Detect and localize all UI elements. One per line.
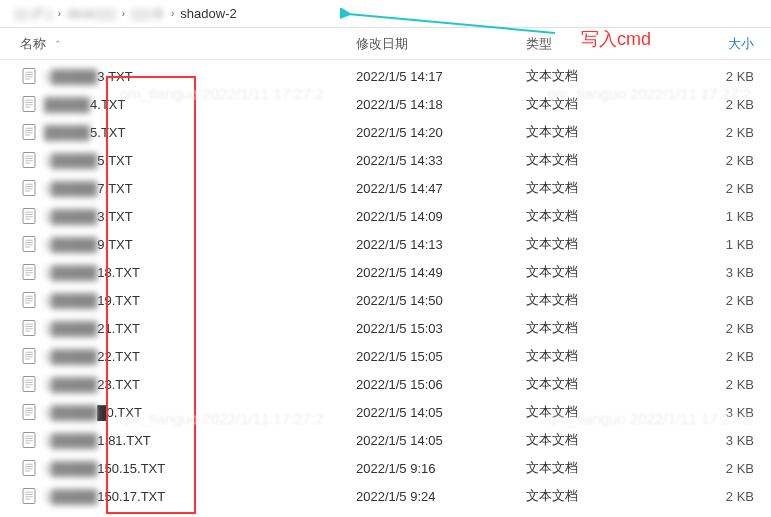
file-name-suffix: 1.81.TXT [97, 433, 150, 448]
file-date: 2022/1/5 14:20 [350, 125, 520, 140]
file-size: 3 KB [670, 265, 760, 280]
address-bar[interactable]: ▯▯ (F:) › desk▯▯▯ › ▯▯▯令 › shadow-2 [0, 0, 771, 28]
file-date: 2022/1/5 14:47 [350, 181, 520, 196]
file-type: 文本文档 [520, 291, 670, 309]
file-name-suffix: 150.15.TXT [97, 461, 165, 476]
file-size: 3 KB [670, 405, 760, 420]
file-date: 2022/1/5 15:03 [350, 321, 520, 336]
file-type: 文本文档 [520, 123, 670, 141]
file-date: 2022/1/5 14:05 [350, 405, 520, 420]
breadcrumb-part2[interactable]: desk▯▯▯ [63, 6, 119, 21]
file-name-suffix: 3.TXT [97, 69, 132, 84]
file-size: 2 KB [670, 181, 760, 196]
file-date: 2022/1/5 9:16 [350, 461, 520, 476]
sort-indicator-icon: ⌃ [54, 39, 62, 49]
svg-rect-36 [23, 265, 35, 280]
file-type: 文本文档 [520, 347, 670, 365]
chevron-right-icon: › [171, 8, 174, 19]
svg-rect-21 [23, 181, 35, 196]
text-file-icon [20, 431, 38, 449]
text-file-icon [20, 207, 38, 225]
breadcrumb-current[interactable]: shadow-2 [176, 6, 240, 21]
file-type: 文本文档 [520, 375, 670, 393]
file-date: 2022/1/5 14:05 [350, 433, 520, 448]
file-row[interactable]: 1█████ 9.TXT 2022/1/5 14:13 文本文档 1 KB [0, 230, 771, 258]
file-name-suffix: 18.TXT [97, 265, 140, 280]
text-file-icon [20, 95, 38, 113]
file-row[interactable]: 1█████ 23.TXT 2022/1/5 15:06 文本文档 2 KB [0, 370, 771, 398]
text-file-icon [20, 151, 38, 169]
text-file-icon [20, 235, 38, 253]
file-row[interactable]: 1█████ 19.TXT 2022/1/5 14:50 文本文档 2 KB [0, 286, 771, 314]
file-name-obscured: 1█████ [44, 69, 97, 84]
file-name-suffix: 7.TXT [97, 181, 132, 196]
svg-rect-26 [23, 209, 35, 224]
file-name-suffix: 9.TXT [97, 237, 132, 252]
chevron-right-icon: › [122, 8, 125, 19]
column-header-name[interactable]: 名称 ⌃ [0, 35, 350, 53]
file-name-obscured: 1█████ [44, 349, 97, 364]
file-row[interactable]: 1█████ 1.81.TXT 2022/1/5 14:05 文本文档 3 KB [0, 426, 771, 454]
file-size: 2 KB [670, 125, 760, 140]
file-size: 2 KB [670, 69, 760, 84]
file-name-suffix: 150.17.TXT [97, 489, 165, 504]
file-date: 2022/1/5 14:09 [350, 209, 520, 224]
file-name-obscured: █████ [44, 125, 90, 140]
file-date: 2022/1/5 15:06 [350, 377, 520, 392]
file-row[interactable]: █████ 5.TXT 2022/1/5 14:20 文本文档 2 KB [0, 118, 771, 146]
file-row[interactable]: █████ 4.TXT 2022/1/5 14:18 文本文档 2 KB [0, 90, 771, 118]
breadcrumb-part3[interactable]: ▯▯▯令 [127, 5, 169, 23]
svg-rect-16 [23, 153, 35, 168]
file-row[interactable]: 1█████ 21.TXT 2022/1/5 15:03 文本文档 2 KB [0, 314, 771, 342]
file-size: 2 KB [670, 489, 760, 504]
file-size: 2 KB [670, 153, 760, 168]
file-name-suffix: 5.TXT [90, 125, 125, 140]
svg-rect-66 [23, 433, 35, 448]
file-name-obscured: 1█████ [44, 377, 97, 392]
text-file-icon [20, 347, 38, 365]
file-name-obscured: 1█████ [44, 181, 97, 196]
file-row[interactable]: 1█████ 150.15.TXT 2022/1/5 9:16 文本文档 2 K… [0, 454, 771, 482]
column-header-type[interactable]: 类型 [520, 35, 670, 53]
file-date: 2022/1/5 9:24 [350, 489, 520, 504]
file-row[interactable]: 1█████ 18.TXT 2022/1/5 14:49 文本文档 3 KB [0, 258, 771, 286]
svg-rect-11 [23, 125, 35, 140]
file-name-obscured: 1█████ [44, 489, 97, 504]
file-row[interactable]: 1█████ 7.TXT 2022/1/5 14:47 文本文档 2 KB [0, 174, 771, 202]
file-name-obscured: 1█████ [44, 405, 97, 420]
column-headers: 名称 ⌃ 修改日期 类型 大小 [0, 28, 771, 60]
column-header-date[interactable]: 修改日期 [350, 35, 520, 53]
svg-rect-46 [23, 321, 35, 336]
file-row[interactable]: 1█████ 150.17.TXT 2022/1/5 9:24 文本文档 2 K… [0, 482, 771, 510]
file-list: 1█████ 3.TXT 2022/1/5 14:17 文本文档 2 KB ██… [0, 60, 771, 510]
file-row[interactable]: 1█████ 22.TXT 2022/1/5 15:05 文本文档 2 KB [0, 342, 771, 370]
breadcrumb-part1[interactable]: ▯▯ (F:) [10, 6, 56, 21]
file-type: 文本文档 [520, 319, 670, 337]
file-name-suffix: █0.TXT [97, 405, 142, 420]
file-row[interactable]: 1█████ 3.TXT 2022/1/5 14:17 文本文档 2 KB [0, 62, 771, 90]
text-file-icon [20, 403, 38, 421]
file-date: 2022/1/5 15:05 [350, 349, 520, 364]
svg-rect-41 [23, 293, 35, 308]
file-size: 1 KB [670, 237, 760, 252]
svg-rect-56 [23, 377, 35, 392]
file-row[interactable]: 1█████ 3.TXT 2022/1/5 14:09 文本文档 1 KB [0, 202, 771, 230]
file-size: 1 KB [670, 209, 760, 224]
svg-rect-1 [23, 69, 35, 84]
file-row[interactable]: 1█████ 5.TXT 2022/1/5 14:33 文本文档 2 KB [0, 146, 771, 174]
file-size: 2 KB [670, 377, 760, 392]
file-name-obscured: 1█████ [44, 265, 97, 280]
text-file-icon [20, 67, 38, 85]
file-size: 2 KB [670, 293, 760, 308]
file-type: 文本文档 [520, 151, 670, 169]
file-row[interactable]: 1█████ █0.TXT 2022/1/5 14:05 文本文档 3 KB [0, 398, 771, 426]
file-date: 2022/1/5 14:17 [350, 69, 520, 84]
file-name-obscured: 1█████ [44, 209, 97, 224]
file-date: 2022/1/5 14:33 [350, 153, 520, 168]
text-file-icon [20, 487, 38, 505]
column-header-size[interactable]: 大小 [670, 35, 760, 53]
file-type: 文本文档 [520, 431, 670, 449]
file-name-obscured: █████ [44, 97, 90, 112]
svg-rect-6 [23, 97, 35, 112]
file-type: 文本文档 [520, 235, 670, 253]
